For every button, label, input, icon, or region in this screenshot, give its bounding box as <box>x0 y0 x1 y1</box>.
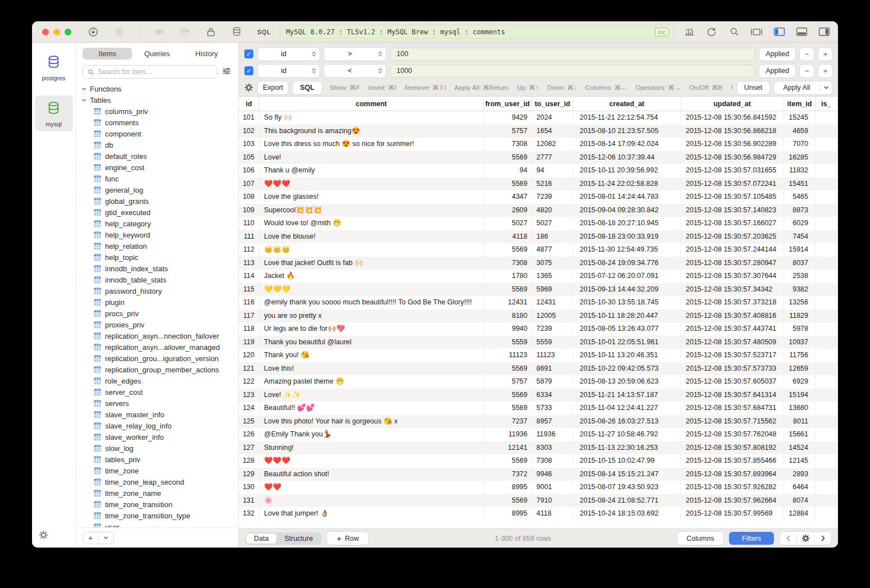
cell-item_id[interactable]: 13680 <box>784 402 816 415</box>
cell-item_id[interactable]: 15661 <box>784 428 816 441</box>
prev-page-button[interactable] <box>780 532 796 545</box>
table-row[interactable]: 110Would love to! @mith 😬502750272015-08… <box>239 217 838 230</box>
table-row[interactable]: 119Thank you beautiful @laurel5559555920… <box>239 336 838 349</box>
tab-structure[interactable]: Structure <box>276 534 321 544</box>
cell-is[interactable] <box>816 322 838 336</box>
column-header-updated-at[interactable]: updated_at <box>681 97 784 111</box>
cell-item_id[interactable]: 11832 <box>784 164 816 177</box>
cell-from_user_id[interactable]: 4347 <box>484 190 532 204</box>
table-row[interactable]: 117you are so pretty x8180120052015-10-1… <box>239 309 838 323</box>
cell-updated_at[interactable]: 2015-12-08 15:30:57.893964 <box>681 468 784 481</box>
cell-from_user_id[interactable]: 11123 <box>484 349 532 362</box>
cell-is[interactable] <box>816 441 838 455</box>
cell-item_id[interactable]: 12145 <box>784 454 816 468</box>
cell-item_id[interactable]: 12884 <box>784 507 816 521</box>
cell-is[interactable] <box>816 217 838 230</box>
cell-item_id[interactable]: 16285 <box>784 151 816 165</box>
connect-icon[interactable] <box>87 26 99 38</box>
toggle-bottom-panel-icon[interactable] <box>795 26 808 38</box>
filter-field-select[interactable]: id <box>258 48 320 61</box>
cell-to_user_id[interactable]: 94 <box>532 164 573 177</box>
cell-from_user_id[interactable]: 5559 <box>484 336 532 349</box>
cell-comment[interactable]: So fly 🙌🏻 <box>259 111 484 125</box>
sidebar-table-item[interactable]: help_keyword <box>76 229 238 240</box>
filter-enabled-checkbox[interactable]: ✓ <box>244 66 253 75</box>
cell-comment[interactable]: @emily thank you soooo much beautiful!!!… <box>259 296 484 309</box>
filter-operator-select[interactable]: < <box>324 65 386 78</box>
cell-to_user_id[interactable]: 1654 <box>532 125 573 138</box>
cell-created_at[interactable]: 2015-08-13 20:59:06.623 <box>573 375 681 389</box>
cell-is[interactable] <box>816 177 838 191</box>
sidebar-table-item[interactable]: replication_asyn...nnection_failover <box>76 330 238 341</box>
cell-item_id[interactable]: 14524 <box>784 441 816 455</box>
cell-created_at[interactable]: 2015-08-24 21:08:52.771 <box>573 494 681 508</box>
page-settings-button[interactable] <box>797 532 814 545</box>
cell-item_id[interactable]: 7070 <box>784 138 816 151</box>
cell-id[interactable]: 126 <box>239 428 259 441</box>
cell-from_user_id[interactable]: 5569 <box>484 454 532 468</box>
sidebar-table-item[interactable]: general_log <box>76 184 238 195</box>
cell-comment[interactable]: Amazing pastel theme 😬 <box>259 375 484 389</box>
sidebar-table-item[interactable]: db <box>76 139 238 151</box>
tab-data[interactable]: Data <box>246 534 276 544</box>
cell-created_at[interactable]: 2015-11-04 12:24:41.227 <box>573 402 681 415</box>
cell-id[interactable]: 116 <box>239 296 259 309</box>
cell-id[interactable]: 125 <box>239 415 259 429</box>
chart-icon[interactable] <box>683 26 695 38</box>
close-window-button[interactable] <box>42 29 49 35</box>
sidebar-table-item[interactable]: role_edges <box>76 375 238 386</box>
cell-updated_at[interactable]: 2015-12-08 15:30:57.605037 <box>681 375 784 389</box>
cell-created_at[interactable]: 2015-08-10 21:23:57.505 <box>573 125 681 138</box>
cell-updated_at[interactable]: 2015-12-08 15:30:57.962664 <box>681 494 784 508</box>
sidebar-table-item[interactable]: columns_priv <box>76 106 238 117</box>
cell-id[interactable]: 128 <box>239 454 259 468</box>
cell-updated_at[interactable]: 2015-12-08 15:30:57.408816 <box>681 309 784 323</box>
cell-comment[interactable]: Love the glasses! <box>259 190 484 204</box>
commit-list-icon[interactable] <box>179 26 191 38</box>
sidebar-table-item[interactable]: replication_grou...iguration_version <box>76 353 238 364</box>
cell-created_at[interactable]: 2015-11-21 14:13:57.187 <box>573 389 681 402</box>
cell-to_user_id[interactable]: 5879 <box>532 375 573 389</box>
sidebar-table-item[interactable]: comments <box>76 117 238 128</box>
cell-from_user_id[interactable]: 5027 <box>484 217 532 230</box>
sidebar-table-item[interactable]: tables_priv <box>76 454 238 465</box>
table-row[interactable]: 112👑👑👑556948772015-11-30 12:54:49.735201… <box>239 243 838 257</box>
cell-comment[interactable]: Love this! <box>259 362 484 376</box>
columns-button[interactable]: Columns <box>677 532 723 545</box>
cell-updated_at[interactable]: 2015-12-08 15:30:57.762048 <box>681 428 784 441</box>
cell-updated_at[interactable]: 2015-12-08 15:30:56.984729 <box>681 151 784 165</box>
cell-created_at[interactable]: 2015-09-04 09:28:30.842 <box>573 204 681 217</box>
cell-from_user_id[interactable]: 5569 <box>484 283 532 297</box>
cell-updated_at[interactable]: 2015-12-08 15:30:57.031655 <box>681 164 784 177</box>
cell-comment[interactable]: 💛💛💛 <box>259 283 484 297</box>
cell-created_at[interactable]: 2015-08-14 17:09:42.024 <box>573 138 681 151</box>
sidebar-table-item[interactable]: replication_asyn...ailover_managed <box>76 341 238 353</box>
cell-is[interactable] <box>816 151 838 165</box>
cell-from_user_id[interactable]: 2609 <box>484 204 532 217</box>
cell-id[interactable]: 102 <box>239 125 259 138</box>
sidebar-table-item[interactable]: help_relation <box>76 240 238 252</box>
add-item-menu-button[interactable] <box>98 532 113 544</box>
cell-from_user_id[interactable]: 5569 <box>484 177 532 191</box>
cell-from_user_id[interactable]: 7237 <box>484 415 532 429</box>
cell-is[interactable] <box>816 230 838 244</box>
filter-sliders-icon[interactable] <box>222 67 231 78</box>
cell-to_user_id[interactable]: 7910 <box>532 494 573 508</box>
cell-created_at[interactable]: 2015-12-06 10:37:39.44 <box>573 151 681 165</box>
tab-history[interactable]: History <box>182 48 231 60</box>
cell-from_user_id[interactable]: 1780 <box>484 270 532 283</box>
search-icon[interactable] <box>728 26 740 38</box>
cell-from_user_id[interactable]: 4118 <box>484 230 532 244</box>
cell-to_user_id[interactable]: 2024 <box>532 111 573 125</box>
cell-updated_at[interactable]: 2015-12-08 15:30:57.244144 <box>681 243 784 257</box>
cell-created_at[interactable]: 2015-10-22 09:42:05.573 <box>573 362 681 376</box>
cell-item_id[interactable]: 11829 <box>784 309 816 323</box>
cell-item_id[interactable]: 5978 <box>784 322 816 336</box>
column-header-item-id[interactable]: item_id <box>784 97 816 111</box>
cell-is[interactable] <box>816 507 838 521</box>
cell-id[interactable]: 110 <box>239 217 259 230</box>
table-row[interactable]: 121Love this!556986912015-10-22 09:42:05… <box>239 362 838 376</box>
cell-created_at[interactable]: 2015-10-11 13:20:46.351 <box>573 349 681 362</box>
disconnect-icon[interactable] <box>113 26 125 38</box>
sidebar-table-item[interactable]: slow_log <box>76 443 238 454</box>
